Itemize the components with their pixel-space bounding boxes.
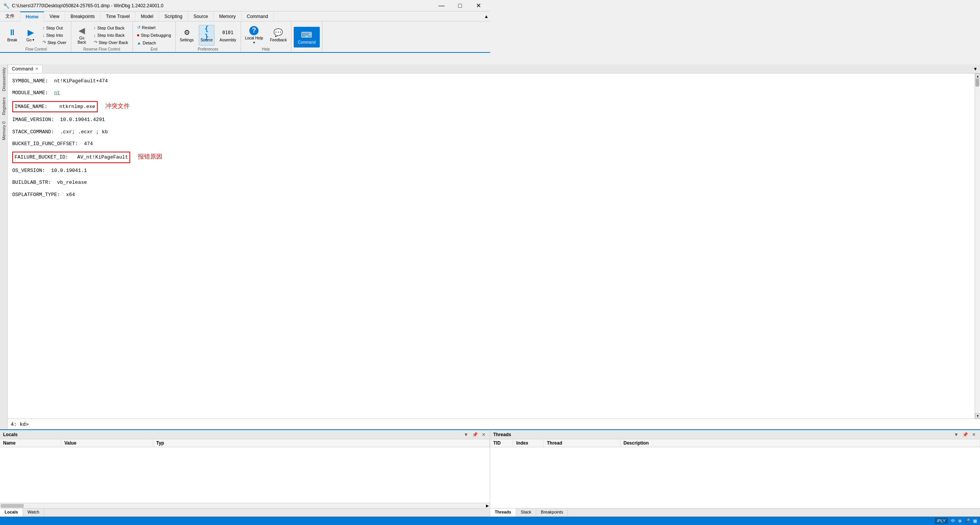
local-help-icon: ? <box>249 26 258 35</box>
step-out-button[interactable]: ↑ Step Out <box>41 25 69 31</box>
ribbon-group-flow-control: ⏸ Break ▶ Go ▼ ↑ <box>2 21 71 52</box>
step-into-button[interactable]: ↓ Step Into <box>41 32 69 39</box>
settings-icon: ⚙ <box>182 28 191 37</box>
line-image-name: IMAGE_NAME: ntkrnlmp.exe 冲突文件 <box>12 101 490 112</box>
ribbon: 文件 Home View Breakpoints Time Travel Mod… <box>0 11 490 53</box>
step-over-button[interactable]: ↷ Step Over <box>41 39 69 46</box>
blank-line-2 <box>12 98 490 101</box>
step-into-icon: ↓ <box>43 33 45 38</box>
module-name-link[interactable]: nt <box>54 88 60 97</box>
sidebar-tab-disassembly[interactable]: Disassembly <box>1 64 7 94</box>
content-area: SYMBOL_NAME: nt!KiPageFault+474 MODULE_N… <box>8 74 490 263</box>
ribbon-tab-bar: 文件 Home View Breakpoints Time Travel Mod… <box>0 11 490 21</box>
tab-home[interactable]: Home <box>20 11 44 22</box>
step-out-back-button[interactable]: ↑ Step Out Back <box>92 25 130 31</box>
line-failure-bucket: FAILURE_BUCKET_ID: AV_nt!KiPageFault 报错原… <box>12 151 490 163</box>
tab-model[interactable]: Model <box>136 11 159 21</box>
ribbon-group-reverse-flow: ◀ Go Back ↑ Step Out Back ↓ Step Into Ba… <box>71 21 133 52</box>
detach-icon: ▲ <box>137 41 141 45</box>
help-label: Help <box>243 47 289 52</box>
close-button[interactable]: ✕ <box>470 0 487 11</box>
blank-line-7 <box>12 163 490 166</box>
ribbon-group-preferences: ⚙ Settings { } Source 0101 Assembly Pref… <box>176 21 241 52</box>
local-help-button[interactable]: ? Local Help ▼ <box>243 25 265 46</box>
ribbon-collapse-icon[interactable]: ▲ <box>484 14 489 19</box>
ribbon-group-end: ↺ Restart ■ Stop Debugging ▲ Detach End <box>133 21 176 52</box>
title-bar: 🔧 C:\Users\37770\Desktop\050824-25765-01… <box>0 0 490 11</box>
tab-timetravel[interactable]: Time Travel <box>101 11 136 21</box>
sidebar-tab-registers[interactable]: Registers <box>1 94 7 118</box>
go-icon: ▶ <box>26 28 35 37</box>
stop-debugging-button[interactable]: ■ Stop Debugging <box>135 32 173 39</box>
tab-view[interactable]: View <box>44 11 65 21</box>
detach-button[interactable]: ▲ Detach <box>135 39 158 46</box>
line-symbol-name: SYMBOL_NAME: nt!KiPageFault+474 <box>12 77 490 85</box>
command-icon: ⌨ <box>302 30 311 39</box>
command-tab[interactable]: Command ✕ <box>8 65 43 73</box>
step-out-icon: ↑ <box>43 26 45 30</box>
minimize-button[interactable]: — <box>433 0 450 11</box>
step-into-back-button[interactable]: ↓ Step Into Back <box>92 32 130 39</box>
assembly-button[interactable]: 0101 Assembly <box>218 25 238 46</box>
command-tab-bar: Command ✕ ▼ <box>8 64 490 74</box>
end-label: End <box>135 47 173 52</box>
flow-control-label: Flow Control <box>4 47 69 52</box>
blank-line-4 <box>12 124 490 128</box>
step-over-icon: ↷ <box>43 40 46 45</box>
go-back-button[interactable]: ◀ Go Back <box>74 25 90 46</box>
command-tab-close-button[interactable]: ✕ <box>35 67 38 71</box>
step-out-back-icon: ↑ <box>94 26 96 30</box>
step-over-back-button[interactable]: ↷ Step Over Back <box>92 39 130 46</box>
tab-file[interactable]: 文件 <box>0 11 20 21</box>
line-osplatform: OSPLATFORM_TYPE: x64 <box>12 190 490 199</box>
line-stack-command: STACK_COMMAND: .cxr; .ecxr ; kb <box>12 128 490 136</box>
command-ribbon-button[interactable]: ⌨ Command <box>294 27 320 47</box>
stop-icon: ■ <box>137 33 139 37</box>
line-os-version: OS_VERSION: 10.0.19041.1 <box>12 166 490 175</box>
assembly-icon: 0101 <box>223 28 232 37</box>
break-icon: ⏸ <box>8 28 17 37</box>
settings-button[interactable]: ⚙ Settings <box>178 25 196 46</box>
line-bucket-offset: BUCKET_ID_FUNC_OFFSET: 474 <box>12 139 490 148</box>
local-help-dropdown-icon[interactable]: ▼ <box>252 41 255 44</box>
sidebar-tab-memory[interactable]: Memory 0 <box>1 118 7 143</box>
tab-scripting[interactable]: Scripting <box>159 11 188 21</box>
go-dropdown-icon[interactable]: ▼ <box>32 38 35 42</box>
tab-command-ribbon[interactable]: Command <box>242 11 274 21</box>
window-title: C:\Users\37770\Desktop\050824-25765-01.d… <box>12 3 164 8</box>
line-buildlab: BUILDLAB_STR: vb_release <box>12 178 490 187</box>
tab-memory[interactable]: Memory <box>214 11 241 21</box>
line-image-version: IMAGE_VERSION: 10.0.19041.4291 <box>12 115 490 124</box>
sidebar-tabs: Disassembly Registers Memory 0 <box>0 64 8 263</box>
reverse-flow-label: Reverse Flow Control <box>74 47 130 52</box>
source-icon: { } <box>202 28 211 37</box>
blank-line-6 <box>12 148 490 151</box>
annotation-conflict: 冲突文件 <box>105 101 130 112</box>
blank-line-3 <box>12 112 490 115</box>
step-over-back-icon: ↷ <box>94 40 97 45</box>
step-into-back-icon: ↓ <box>94 33 96 38</box>
source-button[interactable]: { } Source <box>199 25 215 46</box>
feedback-icon: 💬 <box>274 28 283 37</box>
app-icon: 🔧 <box>3 3 10 9</box>
blank-line-5 <box>12 136 490 139</box>
tab-breakpoints[interactable]: Breakpoints <box>65 11 100 21</box>
failure-bucket-highlight: FAILURE_BUCKET_ID: AV_nt!KiPageFault <box>12 152 130 163</box>
blank-line-1 <box>12 85 490 88</box>
break-button[interactable]: ⏸ Break <box>4 25 21 46</box>
restart-icon: ↺ <box>137 25 141 30</box>
maximize-button[interactable]: □ <box>451 0 469 11</box>
main-area: Command ✕ ▼ SYMBOL_NAME: nt!KiPageFault+… <box>8 64 490 263</box>
restart-button[interactable]: ↺ Restart <box>135 24 157 31</box>
image-name-highlight: IMAGE_NAME: ntkrnlmp.exe <box>12 101 98 112</box>
ribbon-content: ⏸ Break ▶ Go ▼ ↑ <box>0 21 490 52</box>
go-button[interactable]: ▶ Go ▼ <box>22 25 39 46</box>
feedback-button[interactable]: 💬 Feedback <box>268 25 289 46</box>
ribbon-group-help: ? Local Help ▼ 💬 Feedback Help <box>241 21 291 52</box>
preferences-label: Preferences <box>178 47 238 52</box>
annotation-error-reason: 报错原因 <box>138 151 162 162</box>
line-module-name: MODULE_NAME: nt <box>12 88 490 97</box>
blank-line-8 <box>12 175 490 178</box>
tab-source[interactable]: Source <box>188 11 214 21</box>
ribbon-group-command: ⌨ Command <box>291 21 322 52</box>
